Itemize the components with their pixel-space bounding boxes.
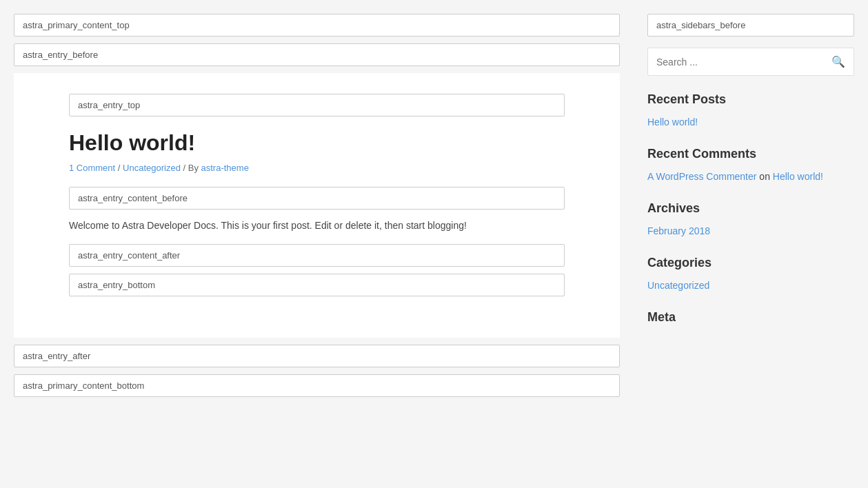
recent-posts-section: Recent Posts Hello world! — [647, 92, 854, 128]
archives-section: Archives February 2018 — [647, 201, 854, 236]
hook-entry-bottom: astra_entry_bottom — [69, 274, 565, 296]
author-link[interactable]: astra-theme — [201, 163, 249, 173]
main-content: astra_primary_content_top astra_entry_be… — [14, 14, 620, 404]
hook-entry-before: astra_entry_before — [14, 43, 620, 66]
sidebar: astra_sidebars_before 🔍 Recent Posts Hel… — [647, 14, 854, 404]
page-wrapper: astra_primary_content_top astra_entry_be… — [0, 0, 868, 418]
comment-post-link[interactable]: Hello world! — [773, 171, 823, 182]
hook-entry-after: astra_entry_after — [14, 345, 620, 367]
hook-entry-content-after: astra_entry_content_after — [69, 244, 565, 267]
category-link[interactable]: Uncategorized — [647, 280, 854, 291]
entry-title: Hello world! — [69, 130, 565, 156]
meta-section: Meta — [647, 310, 854, 325]
search-input[interactable] — [656, 57, 831, 68]
search-icon[interactable]: 🔍 — [831, 55, 845, 68]
hook-sidebars-before: astra_sidebars_before — [647, 14, 854, 37]
comments-link[interactable]: 1 Comment — [69, 163, 115, 173]
entry-content: Welcome to Astra Developer Docs. This is… — [69, 218, 565, 233]
meta-by: / By — [183, 163, 201, 173]
recent-posts-title: Recent Posts — [647, 92, 854, 107]
categories-section: Categories Uncategorized — [647, 256, 854, 291]
entry-meta: 1 Comment / Uncategorized / By astra-the… — [69, 163, 565, 173]
meta-separator: / — [118, 163, 123, 173]
archive-link[interactable]: February 2018 — [647, 225, 854, 236]
meta-title: Meta — [647, 310, 854, 325]
search-widget: 🔍 — [647, 48, 854, 76]
hook-primary-content-top: astra_primary_content_top — [14, 14, 620, 37]
hook-entry-top: astra_entry_top — [69, 94, 565, 116]
hook-primary-content-bottom: astra_primary_content_bottom — [14, 374, 620, 397]
recent-comments-title: Recent Comments — [647, 147, 854, 161]
category-link[interactable]: Uncategorized — [123, 163, 181, 173]
recent-comment-item: A WordPress Commenter on Hello world! — [647, 171, 854, 182]
archives-title: Archives — [647, 201, 854, 216]
hook-entry-content-before: astra_entry_content_before — [69, 187, 565, 210]
comment-on-text: on — [759, 171, 770, 182]
categories-title: Categories — [647, 256, 854, 270]
recent-post-link[interactable]: Hello world! — [647, 116, 854, 128]
recent-comments-section: Recent Comments A WordPress Commenter on… — [647, 147, 854, 182]
comment-author-link[interactable]: A WordPress Commenter — [647, 171, 756, 182]
entry-area: astra_entry_top Hello world! 1 Comment /… — [14, 73, 620, 338]
